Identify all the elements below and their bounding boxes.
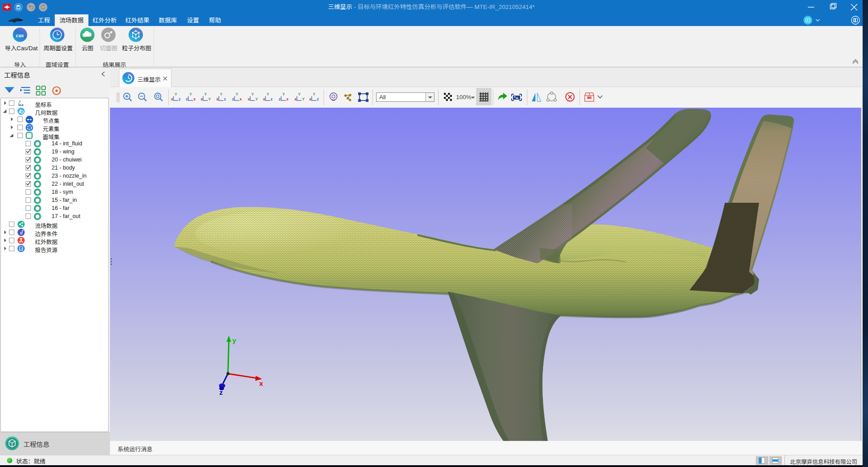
svg-text:z: z <box>317 97 319 101</box>
svg-text:z: z <box>279 97 281 101</box>
svg-text:x: x <box>22 103 24 106</box>
svg-text:z: z <box>271 97 272 101</box>
svg-text:Y: Y <box>204 92 207 96</box>
svg-text:Y: Y <box>313 92 316 96</box>
svg-text:x: x <box>240 97 242 101</box>
svg-text:Y: Y <box>19 100 21 103</box>
svg-text:x: x <box>309 97 311 101</box>
svg-text:x: x <box>201 97 203 101</box>
svg-text:x: x <box>193 97 196 101</box>
svg-text:x: x <box>171 97 173 101</box>
svg-text:cas: cas <box>16 32 24 39</box>
svg-text:x: x <box>216 97 219 101</box>
svg-text:y: y <box>232 336 237 344</box>
svg-text:Y: Y <box>189 92 192 96</box>
svg-text:Y: Y <box>302 97 305 101</box>
svg-text:z: z <box>179 97 180 101</box>
svg-text:x: x <box>286 97 289 101</box>
svg-text:Y: Y <box>298 92 301 96</box>
svg-text:Y: Y <box>220 92 223 96</box>
svg-text:Y: Y <box>208 97 211 101</box>
svg-text:Y: Y <box>175 92 177 96</box>
svg-text:z: z <box>219 388 223 396</box>
svg-text:z: z <box>186 97 188 101</box>
svg-text:z: z <box>19 103 21 106</box>
svg-text:z: z <box>232 97 234 101</box>
svg-text:Y: Y <box>267 92 269 96</box>
svg-text:Y: Y <box>282 92 285 96</box>
svg-text:x: x <box>294 97 297 101</box>
svg-text:Y: Y <box>251 92 254 96</box>
svg-text:Y: Y <box>255 97 258 101</box>
svg-text:x: x <box>263 97 265 101</box>
svg-text:Y: Y <box>236 92 238 96</box>
svg-text:x: x <box>248 97 250 101</box>
svg-text:z: z <box>224 97 226 101</box>
svg-text:x: x <box>259 380 263 387</box>
